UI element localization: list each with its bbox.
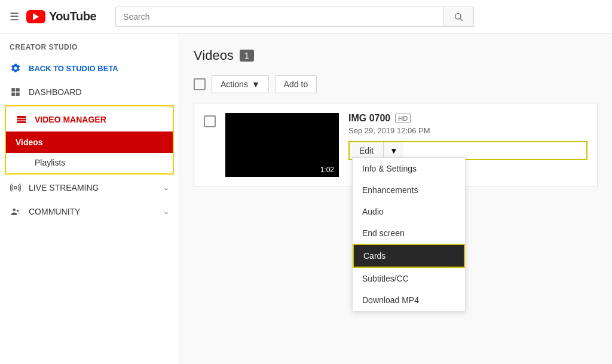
video-info: IMG 0700 HD Sep 29, 2019 12:06 PM Edit ▼ [348,113,587,160]
actions-label: Actions [221,79,248,89]
dropdown-item-audio[interactable]: Audio [353,201,465,222]
edit-dropdown-icon: ▼ [390,146,397,155]
playlists-label: Playlists [35,158,65,167]
actions-dropdown-icon: ▼ [252,79,260,89]
chevron-down-icon-2: ⌄ [163,207,169,216]
edit-button[interactable]: Edit [350,142,384,159]
dashboard-label: DASHBOARD [29,87,82,97]
community-icon [10,206,22,218]
svg-rect-2 [11,88,15,91]
svg-point-11 [17,210,19,212]
search-input[interactable] [115,7,443,27]
sidebar-item-live-streaming[interactable]: LIVE STREAMING ⌄ [0,176,179,200]
back-to-studio-label: BACK TO STUDIO BETA [29,64,118,73]
main-layout: CREATOR STUDIO BACK TO STUDIO BETA DASHB… [0,33,612,364]
sidebar-item-playlists[interactable]: Playlists [6,153,173,172]
sidebar-item-back-to-studio[interactable]: BACK TO STUDIO BETA [0,56,179,80]
video-row: 1:02 IMG 0700 HD Sep 29, 2019 12:06 PM E… [194,103,598,187]
video-title-row: IMG 0700 HD [348,113,587,124]
search-button[interactable] [443,7,474,27]
hamburger-icon[interactable]: ☰ [10,10,19,23]
svg-point-0 [455,13,461,19]
dropdown-item-enhancements[interactable]: Enhancements [353,179,465,201]
edit-label: Edit [359,146,374,155]
video-manager-icon [16,114,27,126]
add-to-label: Add to [284,79,308,89]
video-thumbnail[interactable]: 1:02 [225,113,339,177]
video-manager-label: VIDEO MANAGER [35,115,106,124]
svg-rect-5 [16,93,20,96]
svg-point-10 [13,209,16,212]
svg-rect-7 [17,119,26,121]
hd-badge: HD [395,114,411,123]
videos-label: Videos [16,137,43,147]
actions-button[interactable]: Actions ▼ [212,75,269,93]
chevron-down-icon: ⌄ [163,183,169,192]
sidebar-item-video-manager[interactable]: VIDEO MANAGER [6,108,173,131]
svg-rect-4 [11,93,15,96]
site-header: ☰ YouTube [0,0,612,33]
youtube-logo-icon [26,10,45,23]
svg-line-1 [460,19,463,21]
dashboard-icon [10,86,22,98]
svg-rect-3 [16,88,20,91]
youtube-logo-text: YouTube [49,10,96,23]
page-title: Videos [194,48,234,63]
sidebar-item-videos[interactable]: Videos [6,131,173,153]
edit-dropdown-button[interactable]: ▼ [384,142,403,159]
live-streaming-icon [10,182,22,194]
svg-point-9 [14,186,17,189]
video-duration: 1:02 [318,165,336,175]
svg-rect-8 [17,121,26,123]
select-all-checkbox[interactable] [194,78,206,90]
community-label: COMMUNITY [29,207,80,216]
add-to-button[interactable]: Add to [275,75,317,93]
edit-dropdown-menu: Info & Settings Enhancements Audio End s… [352,157,466,311]
svg-rect-6 [17,116,26,118]
sidebar: CREATOR STUDIO BACK TO STUDIO BETA DASHB… [0,33,179,364]
main-content: Videos 1 Actions ▼ Add to 1:02 IMG 0700 … [179,33,612,364]
video-checkbox[interactable] [204,115,216,127]
search-icon [454,12,463,22]
dropdown-item-subtitles[interactable]: Subtitles/CC [353,268,465,289]
search-bar [115,7,474,27]
youtube-logo[interactable]: YouTube [26,10,96,23]
page-title-row: Videos 1 [194,48,598,63]
dropdown-item-download-mp4[interactable]: Download MP4 [353,289,465,311]
live-streaming-label: LIVE STREAMING [29,183,99,192]
video-title: IMG 0700 [348,113,390,124]
studio-title: CREATOR STUDIO [0,33,179,56]
video-date: Sep 29, 2019 12:06 PM [348,126,587,135]
sidebar-item-dashboard[interactable]: DASHBOARD [0,80,179,104]
toolbar: Actions ▼ Add to [194,75,598,93]
gear-icon [10,62,22,74]
dropdown-item-info-settings[interactable]: Info & Settings [353,158,465,179]
dropdown-item-end-screen[interactable]: End screen [353,222,465,244]
dropdown-item-cards[interactable]: Cards [353,244,465,268]
sidebar-item-community[interactable]: COMMUNITY ⌄ [0,200,179,224]
videos-count-badge: 1 [240,50,254,62]
video-manager-section: VIDEO MANAGER Videos Playlists [5,105,174,175]
